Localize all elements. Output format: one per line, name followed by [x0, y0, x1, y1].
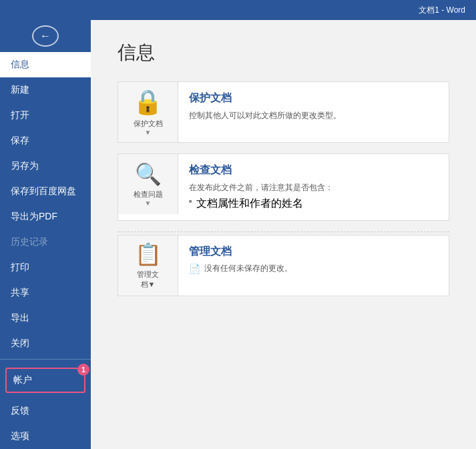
- inspect-dropdown-arrow: ▼: [145, 199, 152, 207]
- inspect-icon-area: 🔍 检查问题 ▼: [118, 154, 178, 214]
- protect-card-title: 保护文档: [189, 91, 438, 105]
- lock-icon: 🔒: [133, 88, 163, 116]
- inspect-card-title: 检查文档: [189, 163, 438, 177]
- sidebar-item-save[interactable]: 保存: [0, 128, 91, 153]
- sidebar-nav: 信息 新建 打开 保存 另存为 保存到百度网盘 导出为PDF 历史记录: [0, 52, 91, 449]
- inspect-bullet-text: 文档属性和作者的姓名: [196, 197, 303, 211]
- manage-icon-label2: 档▼: [141, 280, 156, 290]
- inspect-document-card: 🔍 检查问题 ▼ 检查文档 在发布此文件之前，请注意其是否包含： 文档属性和作者…: [117, 153, 449, 221]
- sidebar-item-close[interactable]: 关闭: [0, 331, 91, 356]
- inspect-card-desc: 在发布此文件之前，请注意其是否包含：: [189, 181, 438, 194]
- protect-document-card: 🔒 保护文档 ▼ 保护文档 控制其他人可以对此文档所做的更改类型。: [117, 81, 449, 143]
- sidebar-item-exportpdf[interactable]: 导出为PDF: [0, 204, 91, 230]
- manage-card-title: 管理文档: [189, 245, 438, 259]
- sidebar-item-feedback[interactable]: 反馈: [0, 398, 91, 424]
- back-icon: ←: [40, 30, 51, 42]
- sidebar-item-options[interactable]: 选项: [0, 424, 91, 449]
- protect-icon-area: 🔒 保护文档 ▼: [118, 82, 178, 142]
- manage-card-body: 管理文档 📄 没有任何未保存的更改。: [178, 236, 449, 284]
- content-area: 信息 🔒 保护文档 ▼ 保护文档 控制其他人可以对此文档所做的更改类型。 🔍 检…: [91, 20, 476, 449]
- inspect-icon-label: 检查问题: [134, 189, 163, 199]
- protect-card-body: 保护文档 控制其他人可以对此文档所做的更改类型。: [178, 82, 449, 131]
- sidebar-divider: [0, 359, 91, 360]
- sidebar-item-saveas[interactable]: 另存为: [0, 153, 91, 179]
- sidebar-item-new[interactable]: 新建: [0, 77, 91, 103]
- sidebar-item-savebaidunet[interactable]: 保存到百度网盘: [0, 179, 91, 204]
- sidebar-item-export[interactable]: 导出: [0, 306, 91, 331]
- manage-sub-item: 📄 没有任何未保存的更改。: [189, 263, 438, 274]
- sidebar: ← 信息 新建 打开 保存 另存为 保存到百度网盘 导出为PDF: [0, 20, 91, 449]
- inspect-bullet-1: 文档属性和作者的姓名: [189, 197, 438, 211]
- inspect-card-body: 检查文档 在发布此文件之前，请注意其是否包含： 文档属性和作者的姓名: [178, 154, 449, 220]
- title-bar-text: 文档1 - Word: [419, 5, 465, 16]
- card-separator: [117, 232, 449, 232]
- sidebar-item-info[interactable]: 信息: [0, 52, 91, 77]
- main-layout: ← 信息 新建 打开 保存 另存为 保存到百度网盘 导出为PDF: [0, 20, 476, 449]
- sidebar-item-share[interactable]: 共享: [0, 280, 91, 306]
- sidebar-item-open[interactable]: 打开: [0, 103, 91, 128]
- manage-icon-area: 📋 管理文 档▼: [118, 236, 178, 296]
- back-button[interactable]: ←: [32, 25, 59, 47]
- sidebar-item-account[interactable]: 帐户 1: [5, 368, 85, 393]
- manage-icon-label: 管理文: [137, 270, 159, 280]
- page-title: 信息: [117, 40, 449, 65]
- protect-dropdown-arrow: ▼: [145, 129, 152, 136]
- doc-icon: 📄: [189, 264, 200, 274]
- manage-document-card: 📋 管理文 档▼ 管理文档 📄 没有任何未保存的更改。: [117, 235, 449, 296]
- title-bar: 文档1 - Word: [0, 0, 476, 20]
- protect-icon-label: 保护文档: [134, 119, 163, 129]
- protect-card-desc: 控制其他人可以对此文档所做的更改类型。: [189, 109, 438, 122]
- sidebar-item-print[interactable]: 打印: [0, 255, 91, 280]
- account-badge: 1: [77, 364, 89, 376]
- sidebar-item-history: 历史记录: [0, 230, 91, 255]
- manage-icon: 📋: [135, 242, 162, 267]
- inspect-icon: 🔍: [135, 161, 162, 187]
- manage-sub-text: 没有任何未保存的更改。: [204, 263, 292, 274]
